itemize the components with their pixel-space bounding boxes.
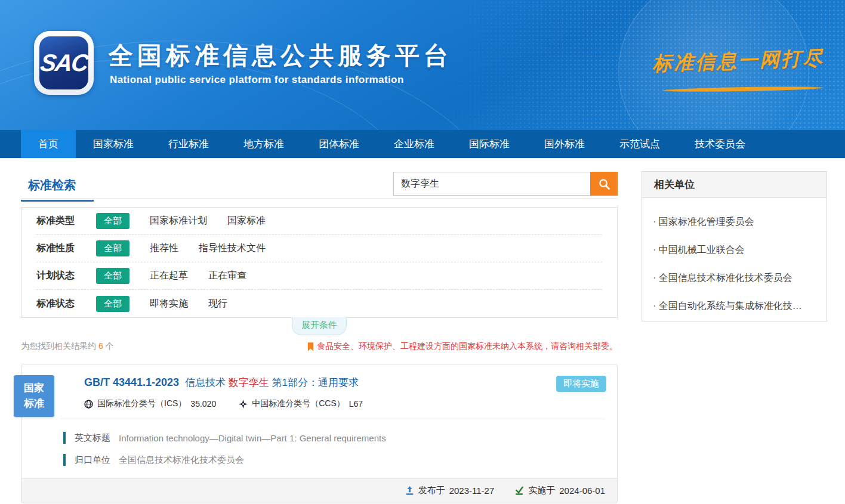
detail-row: 英文标题Information technology—Digital twin—… [63,432,605,444]
filter-option-selected[interactable]: 全部 [96,213,129,229]
notice-text: 食品安全、环境保护、工程建设方面的国家标准未纳入本系统，请咨询相关部委。 [317,341,618,352]
card-details: 英文标题Information technology—Digital twin—… [21,419,617,478]
related-units-list: 国家标准化管理委员会中国机械工业联合会全国信息技术标准化技术委员会全国自动化系统… [642,198,827,321]
sac-logo[interactable]: SAC [34,31,94,95]
published-label: 发布于 [418,485,445,496]
related-unit-link[interactable]: 中国机械工业联合会 [653,244,816,256]
filter-option[interactable]: 国家标准计划 [150,215,207,227]
standard-result-card: 国家 标准 即将实施 GB/T 43441.1-2023 信息技术 数字孪生 第… [21,364,618,503]
standard-title-row: GB/T 43441.1-2023 信息技术 数字孪生 第1部分：通用要求 [84,376,605,389]
ccs-item: 中国标准分类号（CCS） L67 [239,398,363,409]
nav-item-行业标准[interactable]: 行业标准 [151,130,226,158]
nav-item-国家标准[interactable]: 国家标准 [76,130,151,158]
results-summary-prefix: 为您找到相关结果约 [21,341,96,351]
search-button[interactable] [590,172,618,196]
filter-row: 计划状态全部正在起草正在审查 [36,262,602,290]
search-icon [598,178,610,190]
sac-logo-inner: SAC [39,36,88,89]
results-summary: 为您找到相关结果约6个 [21,341,114,352]
implemented-label: 实施于 [528,485,555,496]
classification-row: 国际标准分类号（ICS） 35.020 中国标准分类号（CCS） L6 [84,398,605,409]
nav-item-国外标准[interactable]: 国外标准 [527,130,602,158]
published-date-item: 发布于 2023-11-27 [405,485,495,496]
filter-option-selected[interactable]: 全部 [96,296,129,312]
tab-standard-search[interactable]: 标准检索 [21,171,94,202]
check-icon [514,486,524,496]
content-area: 标准检索 标准类型全部国家标准计划国家标准标准性质全部推荐性指导性技术文件计划状… [0,158,845,503]
filter-option[interactable]: 国家标准 [227,215,266,227]
nav-item-团体标准[interactable]: 团体标准 [301,130,377,158]
filter-option[interactable]: 现行 [208,298,227,310]
filter-label: 标准状态 [36,298,96,310]
main-nav: 首页国家标准行业标准地方标准团体标准企业标准国际标准国外标准示范试点技术委员会 [0,130,845,158]
detail-row: 归口单位全国信息技术标准化技术委员会 [63,454,605,466]
filter-label: 标准类型 [36,215,96,227]
main-column: 标准检索 标准类型全部国家标准计划国家标准标准性质全部推荐性指导性技术文件计划状… [21,171,618,503]
card-footer: 发布于 2023-11-27 实施于 2024-06-01 [21,478,617,503]
ics-label: 国际标准分类号（ICS） [97,398,186,409]
related-units-panel: 相关单位 国家标准化管理委员会中国机械工业联合会全国信息技术标准化技术委员会全国… [642,171,827,321]
implemented-date-item: 实施于 2024-06-01 [514,485,605,496]
detail-label: 英文标题 [75,432,110,444]
nav-item-首页[interactable]: 首页 [21,130,76,158]
filter-option[interactable]: 指导性技术文件 [199,242,266,255]
related-unit-link[interactable]: 全国自动化系统与集成标准化技… [653,300,816,313]
implemented-date: 2024-06-01 [559,486,605,496]
nav-item-地方标准[interactable]: 地方标准 [226,130,301,158]
title-highlight: 数字孪生 [229,377,269,388]
type-badge-line1: 国家 [14,381,54,396]
ccs-label: 中国标准分类号（CCS） [252,398,345,409]
card-top: GB/T 43441.1-2023 信息技术 数字孪生 第1部分：通用要求 [21,364,617,409]
filter-option-selected[interactable]: 全部 [96,268,129,284]
ccs-value: L67 [349,399,363,409]
filter-row: 标准性质全部推荐性指导性技术文件 [36,235,602,262]
nav-item-企业标准[interactable]: 企业标准 [377,130,452,158]
filter-label: 计划状态 [36,270,96,282]
detail-bar [63,454,66,466]
filter-row: 标准类型全部国家标准计划国家标准 [36,208,602,235]
sac-logo-text: SAC [39,50,90,76]
filter-option[interactable]: 即将实施 [150,298,188,310]
results-row: 为您找到相关结果约6个 食品安全、环境保护、工程建设方面的国家标准未纳入本系统，… [21,341,618,352]
filter-option[interactable]: 正在审查 [208,270,246,282]
expand-conditions-button[interactable]: 展开条件 [292,317,347,335]
nav-item-国际标准[interactable]: 国际标准 [452,130,527,158]
related-unit-link[interactable]: 全国信息技术标准化技术委员会 [653,272,816,285]
related-units-title: 相关单位 [642,172,827,198]
bookmark-icon [307,342,314,351]
related-unit-link[interactable]: 国家标准化管理委员会 [653,216,816,228]
type-badge-line2: 标准 [14,396,54,412]
results-notice: 食品安全、环境保护、工程建设方面的国家标准未纳入本系统，请咨询相关部委。 [307,341,618,352]
standard-type-badge[interactable]: 国家 标准 [14,375,54,417]
filter-row: 标准状态全部即将实施现行 [36,290,602,317]
filter-option[interactable]: 正在起草 [150,270,188,282]
search-group [393,172,618,196]
search-input[interactable] [393,172,590,196]
site-subtitle: National public service platform for sta… [110,74,404,86]
filter-option-selected[interactable]: 全部 [96,240,129,256]
search-section-header: 标准检索 [21,171,618,199]
compass-icon [239,400,248,409]
standard-title-link[interactable]: 信息技术 数字孪生 第1部分：通用要求 [185,376,359,389]
ics-value: 35.020 [190,399,216,409]
filter-option[interactable]: 推荐性 [150,242,178,255]
results-count: 6 [96,341,106,351]
page-header: SAC 全国标准信息公共服务平台 National public service… [0,0,845,130]
results-summary-suffix: 个 [106,341,114,351]
standard-code-link[interactable]: GB/T 43441.1-2023 [84,376,179,389]
status-badge: 即将实施 [556,376,606,392]
site-title: 全国标准信息公共服务平台 [109,39,452,72]
title-part2: 第1部分：通用要求 [272,377,359,388]
detail-bar [63,432,66,444]
detail-label: 归口单位 [75,454,110,466]
publish-icon [405,486,414,496]
filter-box: 标准类型全部国家标准计划国家标准标准性质全部推荐性指导性技术文件计划状态全部正在… [21,207,618,318]
published-date: 2023-11-27 [449,486,495,496]
nav-item-示范试点[interactable]: 示范试点 [602,130,677,158]
globe-icon [84,400,93,409]
detail-value: 全国信息技术标准化技术委员会 [119,454,244,466]
nav-item-技术委员会[interactable]: 技术委员会 [677,130,763,158]
detail-value: Information technology—Digital twin—Part… [119,433,386,443]
filter-label: 标准性质 [36,242,96,255]
ics-item: 国际标准分类号（ICS） 35.020 [84,398,216,409]
